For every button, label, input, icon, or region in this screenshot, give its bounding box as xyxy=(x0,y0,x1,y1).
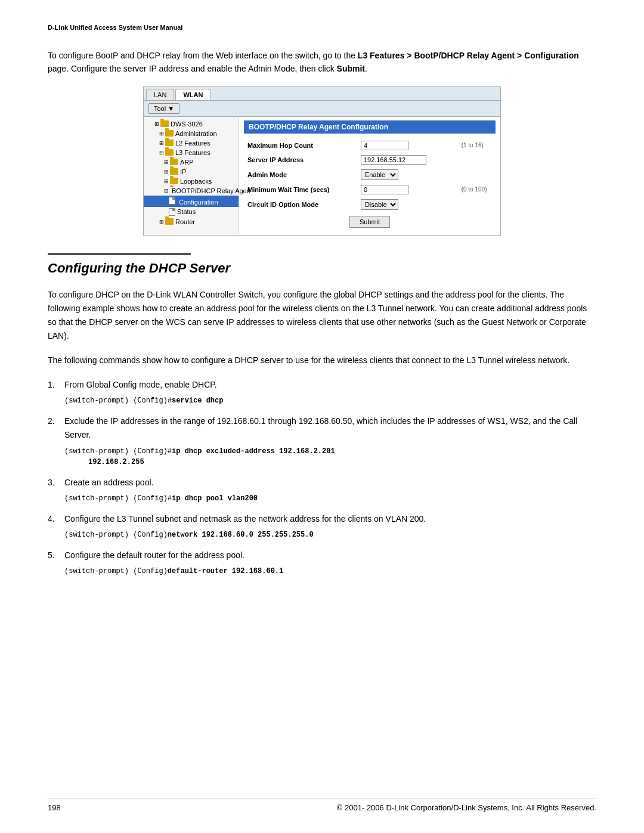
nav-item-router[interactable]: ⊞ Router xyxy=(144,217,239,227)
numbered-list: 1. From Global Config mode, enable DHCP.… xyxy=(48,378,596,577)
code-cmd-4: network 192.168.60.0 255.255.255.0 xyxy=(168,531,314,539)
list-item: 5. Configure the default router for the … xyxy=(48,549,596,577)
page-number: 198 xyxy=(48,803,61,812)
field-value-serverip xyxy=(357,153,458,167)
nav-item-admin[interactable]: ⊞ Administration xyxy=(144,129,239,138)
code-cmd-1: service dhcp xyxy=(172,397,223,405)
list-num-2: 2. xyxy=(48,414,64,467)
wait-time-input[interactable] xyxy=(361,185,408,194)
list-text-3: Create an address pool. xyxy=(64,478,153,487)
field-label-circuit: Circuit ID Option Mode xyxy=(244,197,357,212)
table-row: Server IP Address xyxy=(244,153,496,167)
copyright-text: © 2001- 2006 D-Link Corporation/D-Link S… xyxy=(337,803,596,812)
server-ip-input[interactable] xyxy=(361,155,426,165)
list-content-2: Exclude the IP addresses in the range of… xyxy=(64,414,596,467)
page-header: D-Link Unified Access System User Manual xyxy=(48,24,596,31)
submit-row: Submit xyxy=(244,212,496,231)
section-para2: The following commands show how to confi… xyxy=(48,354,596,367)
hop-count-input[interactable] xyxy=(361,141,408,150)
intro-bold-submit: Submit xyxy=(337,64,365,73)
nav-item-configuration[interactable]: Configuration xyxy=(144,196,239,207)
folder-icon-dws xyxy=(160,120,169,127)
tab-wlan[interactable]: WLAN xyxy=(175,89,210,100)
list-item: 3. Create an address pool. (switch-promp… xyxy=(48,476,596,504)
list-item: 4. Configure the L3 Tunnel subnet and ne… xyxy=(48,512,596,540)
section-divider xyxy=(48,253,191,255)
code-cmd-2: ip dhcp excluded-address 192.168.2.201 xyxy=(172,447,335,456)
config-title: BOOTP/DHCP Relay Agent Configuration xyxy=(249,123,388,131)
list-content-4: Configure the L3 Tunnel subnet and netma… xyxy=(64,512,596,540)
tool-button[interactable]: Tool ▼ xyxy=(148,103,179,114)
code-prompt-4: (switch-prompt) (Config) xyxy=(64,531,168,539)
intro-text-1: To configure BootP and DHCP relay from t… xyxy=(48,51,355,60)
panel-body: ⊞ DWS-3026 ⊞ Administration ⊞ L2 Feature… xyxy=(144,117,500,235)
code-block-1: (switch-prompt) (Config)#service dhcp xyxy=(64,395,596,406)
field-hint-circuit xyxy=(458,197,496,212)
code-cmd-5: default-router 192.168.60.1 xyxy=(168,567,283,575)
list-num-5: 5. xyxy=(48,549,64,577)
intro-text-2: page. Configure the server IP address an… xyxy=(48,64,337,73)
code-cmd-2b: 192.168.2.255 xyxy=(64,458,144,466)
folder-icon-admin xyxy=(165,130,174,137)
code-prompt-5: (switch-prompt) (Config) xyxy=(64,567,168,575)
list-text-4: Configure the L3 Tunnel subnet and netma… xyxy=(64,514,426,524)
field-hint-wait: (0 to 100) xyxy=(458,182,496,197)
tab-lan[interactable]: LAN xyxy=(146,89,174,100)
nav-item-l3[interactable]: ⊟ L3 Features xyxy=(144,148,239,157)
expand-icon-router: ⊞ xyxy=(159,219,164,225)
expand-icon-ip: ⊞ xyxy=(164,169,169,175)
header-title: D-Link Unified Access System User Manual xyxy=(48,24,182,31)
page-footer: 198 © 2001- 2006 D-Link Corporation/D-Li… xyxy=(48,798,596,812)
field-value-wait xyxy=(357,182,458,197)
folder-icon-loopbacks xyxy=(170,178,178,184)
nav-item-loopbacks[interactable]: ⊞ Loopbacks xyxy=(144,176,239,186)
expand-icon-arp: ⊞ xyxy=(164,159,169,165)
expand-icon: ⊞ xyxy=(154,121,159,127)
code-block-4: (switch-prompt) (Config)network 192.168.… xyxy=(64,529,596,540)
field-label-wait: Minimum Wait Time (secs) xyxy=(244,182,357,197)
left-nav: ⊞ DWS-3026 ⊞ Administration ⊞ L2 Feature… xyxy=(144,117,239,235)
intro-paragraph: To configure BootP and DHCP relay from t… xyxy=(48,49,596,76)
screenshot-panel: LAN WLAN Tool ▼ ⊞ DWS-3026 ⊞ Administrat… xyxy=(143,86,501,236)
nav-item-arp[interactable]: ⊞ ARP xyxy=(144,157,239,167)
list-text-2: Exclude the IP addresses in the range of… xyxy=(64,416,577,439)
list-content-5: Configure the default router for the add… xyxy=(64,549,596,577)
nav-item-l2[interactable]: ⊞ L2 Features xyxy=(144,138,239,148)
doc-icon-config xyxy=(169,197,175,205)
table-row: Maximum Hop Count (1 to 16) xyxy=(244,138,496,153)
circuit-id-select[interactable]: Disable Enable xyxy=(361,199,398,210)
list-num-1: 1. xyxy=(48,378,64,406)
list-text-1: From Global Config mode, enable DHCP. xyxy=(64,380,217,389)
list-item: 2. Exclude the IP addresses in the range… xyxy=(48,414,596,467)
config-title-bar: BOOTP/DHCP Relay Agent Configuration xyxy=(244,120,496,134)
code-block-5: (switch-prompt) (Config)default-router 1… xyxy=(64,566,596,577)
list-num-4: 4. xyxy=(48,512,64,540)
nav-item-status[interactable]: Status xyxy=(144,207,239,217)
expand-icon-l2: ⊞ xyxy=(159,140,164,146)
folder-icon-ip xyxy=(170,168,178,175)
expand-icon-bootp: ⊟ xyxy=(164,188,169,194)
nav-item-dws[interactable]: ⊞ DWS-3026 xyxy=(144,119,239,129)
panel-tabs: LAN WLAN xyxy=(144,87,500,101)
nav-item-ip[interactable]: ⊞ IP xyxy=(144,167,239,176)
nav-item-bootp[interactable]: ⊟ BOOTP/DHCP Relay Agen xyxy=(144,186,239,196)
intro-bold-path: L3 Features > BootP/DHCP Relay Agent > C… xyxy=(358,51,579,60)
admin-mode-select[interactable]: Enable Disable xyxy=(361,169,398,180)
folder-icon-l3 xyxy=(165,149,174,156)
section-heading: Configuring the DHCP Server xyxy=(48,261,596,276)
field-value-admin: Enable Disable xyxy=(357,167,458,182)
code-prompt-2: (switch-prompt) (Config)# xyxy=(64,447,172,456)
code-cmd-3: ip dhcp pool vlan200 xyxy=(172,494,258,503)
table-row: Circuit ID Option Mode Disable Enable xyxy=(244,197,496,212)
intro-text-3: . xyxy=(365,64,367,73)
config-content: BOOTP/DHCP Relay Agent Configuration Max… xyxy=(239,117,500,235)
code-prompt-3: (switch-prompt) (Config)# xyxy=(64,494,172,503)
code-prompt-1: (switch-prompt) (Config)# xyxy=(64,397,172,405)
submit-button[interactable]: Submit xyxy=(349,216,390,228)
field-value-hop xyxy=(357,138,458,153)
list-content-3: Create an address pool. (switch-prompt) … xyxy=(64,476,596,504)
code-block-3: (switch-prompt) (Config)#ip dhcp pool vl… xyxy=(64,493,596,504)
folder-icon-arp xyxy=(170,159,178,165)
table-row: Admin Mode Enable Disable xyxy=(244,167,496,182)
list-content-1: From Global Config mode, enable DHCP. (s… xyxy=(64,378,596,406)
